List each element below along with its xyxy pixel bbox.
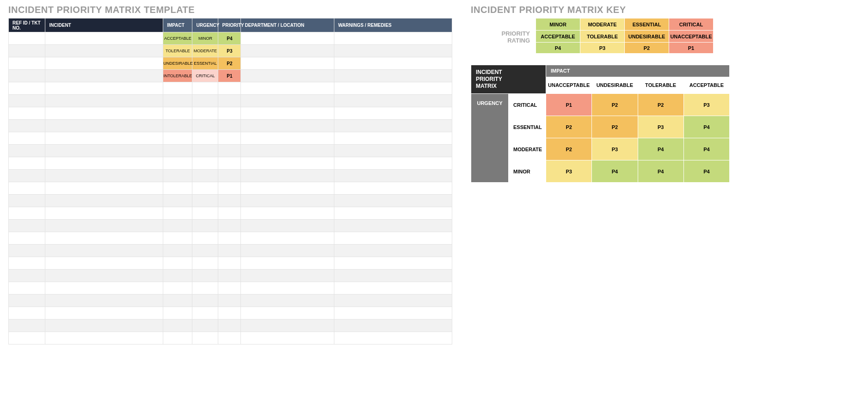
table-row bbox=[9, 82, 452, 95]
table-row bbox=[9, 195, 452, 207]
matrix-cell: P4 bbox=[683, 160, 729, 183]
cell-priority[interactable]: P4 bbox=[218, 32, 241, 45]
matrix-urgency-header: URGENCY bbox=[471, 94, 509, 183]
table-row bbox=[9, 320, 452, 332]
matrix-row: ESSENTIALP2P2P3P4 bbox=[471, 116, 730, 138]
matrix-cell: P4 bbox=[592, 160, 638, 183]
matrix-cell: P2 bbox=[638, 94, 683, 116]
matrix-urgency-label: ESSENTIAL bbox=[509, 116, 546, 138]
key-impact: UNACCEPTABLE bbox=[669, 31, 714, 43]
key-impact: ACCEPTABLE bbox=[536, 31, 580, 43]
matrix-cell: P3 bbox=[638, 116, 683, 138]
matrix-cell: P1 bbox=[546, 94, 592, 116]
cell-impact[interactable]: UNDESIRABLE bbox=[163, 57, 192, 70]
matrix-urgency-label: CRITICAL bbox=[509, 94, 546, 116]
cell-warnings[interactable] bbox=[334, 32, 452, 45]
table-row bbox=[9, 245, 452, 257]
key-priority: P2 bbox=[625, 43, 669, 54]
th-impact: IMPACT bbox=[163, 18, 192, 32]
table-row bbox=[9, 282, 452, 295]
table-row bbox=[9, 145, 452, 157]
table-row: TOLERABLEMODERATEP3 bbox=[9, 45, 452, 57]
cell-priority[interactable]: P3 bbox=[218, 45, 241, 57]
key-priority: P3 bbox=[580, 43, 625, 54]
cell-ref[interactable] bbox=[9, 70, 45, 82]
table-row bbox=[9, 107, 452, 120]
priority-rating-key: PRIORITY RATING MINORMODERATEESSENTIALCR… bbox=[471, 18, 730, 54]
matrix-cell: P4 bbox=[638, 160, 683, 183]
cell-ref[interactable] bbox=[9, 45, 45, 57]
table-row bbox=[9, 182, 452, 195]
key-priority: P1 bbox=[669, 43, 714, 54]
table-row bbox=[9, 170, 452, 182]
matrix-cell: P2 bbox=[592, 116, 638, 138]
cell-dept[interactable] bbox=[241, 45, 334, 57]
cell-incident[interactable] bbox=[45, 57, 163, 70]
cell-urgency[interactable]: MODERATE bbox=[192, 45, 218, 57]
matrix-cell: P4 bbox=[683, 116, 729, 138]
matrix-cell: P4 bbox=[638, 138, 683, 160]
matrix-row: URGENCYCRITICALP1P2P2P3 bbox=[471, 94, 730, 116]
key-title: INCIDENT PRIORITY MATRIX KEY bbox=[471, 5, 730, 15]
matrix-urgency-label: MODERATE bbox=[509, 138, 546, 160]
cell-incident[interactable] bbox=[45, 70, 163, 82]
cell-priority[interactable]: P2 bbox=[218, 57, 241, 70]
matrix-cell: P2 bbox=[546, 138, 592, 160]
th-priority: PRIORITY bbox=[218, 18, 241, 32]
cell-dept[interactable] bbox=[241, 70, 334, 82]
key-impact: TOLERABLE bbox=[580, 31, 625, 43]
cell-dept[interactable] bbox=[241, 32, 334, 45]
cell-urgency[interactable]: ESSENTIAL bbox=[192, 57, 218, 70]
key-name: MODERATE bbox=[580, 18, 625, 31]
key-name: CRITICAL bbox=[669, 18, 714, 31]
matrix-cell: P3 bbox=[683, 94, 729, 116]
matrix-corner: INCIDENT PRIORITY MATRIX bbox=[471, 65, 546, 94]
cell-urgency[interactable]: CRITICAL bbox=[192, 70, 218, 82]
matrix-impact-col: UNDESIRABLE bbox=[592, 77, 638, 93]
cell-incident[interactable] bbox=[45, 45, 163, 57]
table-row bbox=[9, 120, 452, 132]
table-row bbox=[9, 332, 452, 344]
priority-matrix: INCIDENT PRIORITY MATRIX IMPACT UNACCEPT… bbox=[471, 65, 730, 183]
matrix-cell: P4 bbox=[683, 138, 729, 160]
matrix-row: MODERATEP2P3P4P4 bbox=[471, 138, 730, 160]
cell-incident[interactable] bbox=[45, 32, 163, 45]
cell-ref[interactable] bbox=[9, 57, 45, 70]
priority-rating-label: PRIORITY RATING bbox=[471, 18, 536, 54]
cell-impact[interactable]: ACCEPTABLE bbox=[163, 32, 192, 45]
template-table: REF ID / TKT NO. INCIDENT IMPACT URGENCY… bbox=[8, 18, 452, 344]
matrix-impact-header: IMPACT bbox=[546, 65, 730, 77]
cell-warnings[interactable] bbox=[334, 57, 452, 70]
cell-dept[interactable] bbox=[241, 57, 334, 70]
cell-warnings[interactable] bbox=[334, 45, 452, 57]
table-row bbox=[9, 295, 452, 307]
template-title: INCIDENT PRIORITY MATRIX TEMPLATE bbox=[8, 5, 452, 15]
th-incident: INCIDENT bbox=[45, 18, 163, 32]
cell-ref[interactable] bbox=[9, 32, 45, 45]
matrix-urgency-label: MINOR bbox=[509, 160, 546, 183]
table-row: INTOLERABLECRITICALP1 bbox=[9, 70, 452, 82]
th-urgency: URGENCY bbox=[192, 18, 218, 32]
table-row bbox=[9, 220, 452, 232]
table-row bbox=[9, 207, 452, 220]
matrix-cell: P2 bbox=[592, 94, 638, 116]
matrix-cell: P3 bbox=[592, 138, 638, 160]
key-name: MINOR bbox=[536, 18, 580, 31]
key-impact: UNDESIRABLE bbox=[625, 31, 669, 43]
cell-priority[interactable]: P1 bbox=[218, 70, 241, 82]
matrix-impact-col: TOLERABLE bbox=[638, 77, 683, 93]
table-row: UNDESIRABLEESSENTIALP2 bbox=[9, 57, 452, 70]
cell-urgency[interactable]: MINOR bbox=[192, 32, 218, 45]
table-row bbox=[9, 132, 452, 145]
th-dept: DEPARTMENT / LOCATION bbox=[241, 18, 334, 32]
cell-impact[interactable]: INTOLERABLE bbox=[163, 70, 192, 82]
matrix-cell: P3 bbox=[546, 160, 592, 183]
table-row bbox=[9, 157, 452, 170]
table-row: ACCEPTABLEMINORP4 bbox=[9, 32, 452, 45]
cell-warnings[interactable] bbox=[334, 70, 452, 82]
cell-impact[interactable]: TOLERABLE bbox=[163, 45, 192, 57]
matrix-row: MINORP3P4P4P4 bbox=[471, 160, 730, 183]
table-row bbox=[9, 307, 452, 320]
matrix-impact-col: ACCEPTABLE bbox=[683, 77, 729, 93]
table-row bbox=[9, 257, 452, 270]
